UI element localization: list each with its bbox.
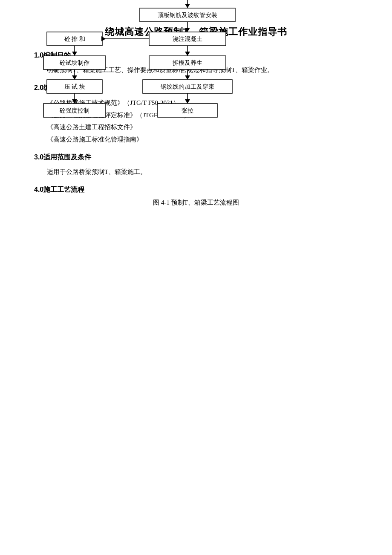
svg-text:拆模及养生: 拆模及养生 <box>172 60 202 66</box>
svg-marker-31 <box>185 75 190 80</box>
svg-text:顶板钢筋及波纹管安装: 顶板钢筋及波纹管安装 <box>158 12 217 18</box>
svg-text:砼强度控制: 砼强度控制 <box>59 107 89 114</box>
svg-marker-44 <box>72 52 77 56</box>
svg-marker-19 <box>185 4 190 8</box>
svg-marker-42 <box>101 36 106 41</box>
svg-text:钢绞线的加工及穿束: 钢绞线的加工及穿束 <box>160 84 214 90</box>
svg-marker-27 <box>185 52 190 56</box>
svg-marker-52 <box>72 99 77 104</box>
svg-marker-48 <box>72 75 77 80</box>
svg-text:砼试块制作: 砼试块制作 <box>59 60 89 66</box>
svg-text:压  试  块: 压 试 块 <box>64 84 85 90</box>
svg-text:浇注混凝土: 浇注混凝土 <box>173 36 202 42</box>
svg-text:张拉: 张拉 <box>182 107 193 114</box>
flowchart-svg: 施工准备 制梁台座制作 绑扎底板及腹板钢筋 波纹管的加工及安装 侧、端模板的加工… <box>34 0 358 221</box>
svg-text:砼  排  和: 砼 排 和 <box>64 36 85 42</box>
svg-marker-35 <box>185 99 190 104</box>
svg-marker-23 <box>185 28 190 32</box>
